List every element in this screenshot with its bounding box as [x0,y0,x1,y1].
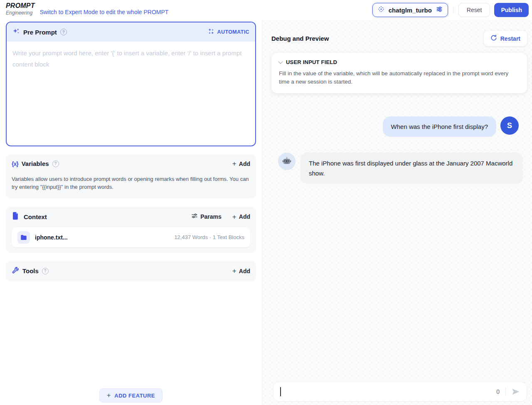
context-params-button[interactable]: Params [191,212,222,221]
automatic-label: AUTOMATIC [217,29,249,35]
assistant-message-bubble: The iPhone was first displayed under gla… [300,153,523,184]
plus-icon: + [232,267,236,274]
top-bar: PROMPT Engineering Switch to Expert Mode… [0,0,532,20]
plus-icon: + [107,392,111,399]
variables-section: {x} Variables ? + Add Variables allow us… [6,155,256,198]
context-title: Context [24,213,47,220]
logo-title: PROMPT [6,2,35,10]
variables-add-button[interactable]: + Add [232,160,250,167]
header-divider [453,6,453,14]
sparkles-icon [12,27,20,37]
model-selector[interactable]: chatglm_turbo [372,3,448,17]
document-icon [12,212,19,222]
pre-prompt-input[interactable] [7,42,255,144]
user-input-field-description: Fill in the value of the variable, which… [279,69,520,86]
top-actions: chatglm_turbo Reset Publish [372,3,529,17]
file-name: iphone.txt... [35,234,68,241]
variables-description: Variables allow users to introduce promp… [12,175,250,193]
composer-divider [505,388,506,396]
pre-prompt-header: Pre Prompt ? AUTOMATIC [7,22,255,42]
pre-prompt-help-icon[interactable]: ? [60,29,67,35]
chat-composer: 0 [273,382,527,402]
tools-add-button[interactable]: + Add [232,267,250,274]
variables-title: Variables [22,160,49,167]
plus-icon: + [232,160,236,167]
send-icon[interactable] [511,387,521,397]
context-add-button[interactable]: + Add [232,213,250,220]
add-feature-button[interactable]: + ADD FEATURE [99,388,163,403]
params-icon [191,212,198,221]
model-logo-icon [377,5,385,15]
pre-prompt-card: Pre Prompt ? AUTOMATIC [6,22,256,146]
prompt-editor-pane: Pre Prompt ? AUTOMATIC [0,20,262,405]
tools-help-icon[interactable]: ? [42,268,49,274]
logo: PROMPT Engineering [6,2,35,16]
user-message-bubble: When was the iPhone first display? [383,116,496,137]
restart-button[interactable]: Restart [484,31,527,46]
context-file-row[interactable]: iphone.txt... 12,437 Words · 1 Text Bloc… [12,227,250,247]
app-root: PROMPT Engineering Switch to Expert Mode… [0,0,532,405]
model-name: chatglm_turbo [389,7,432,14]
reset-button[interactable]: Reset [458,3,490,17]
restart-icon [490,35,497,42]
debug-header: Debug and Preview Restart [271,31,528,46]
model-settings-icon[interactable] [436,5,443,15]
chat-messages: When was the iPhone first display? S [271,116,528,184]
variables-help-icon[interactable]: ? [52,161,59,167]
folder-icon [17,231,30,244]
logo-subtitle: Engineering [6,10,35,16]
tools-section: Tools ? + Add [6,261,256,281]
user-input-field-toggle[interactable]: USER INPUT FIELD [279,59,520,65]
brand: PROMPT Engineering Switch to Expert Mode… [6,2,168,16]
publish-button[interactable]: Publish [494,3,529,17]
user-input-field-title: USER INPUT FIELD [286,59,337,65]
plus-icon: + [232,213,236,220]
chevron-down-icon [278,59,283,64]
automatic-icon [208,28,214,36]
tools-icon [12,267,19,276]
user-message-row: When was the iPhone first display? S [271,116,528,137]
file-meta: 12,437 Words · 1 Text Blocks [174,234,244,240]
pre-prompt-title: Pre Prompt [23,29,57,36]
context-section: Context Params [6,207,256,253]
assistant-robot-avatar [278,153,296,170]
char-count: 0 [496,388,500,395]
user-avatar: S [500,116,519,135]
user-input-field-card: USER INPUT FIELD Fill in the value of th… [271,53,527,93]
pre-prompt-body [7,42,255,146]
variables-icon: {x} [12,161,18,167]
assistant-message-row: The iPhone was first displayed under gla… [271,153,528,184]
tools-title: Tools [22,267,39,274]
chat-input[interactable] [281,388,497,395]
main: Pre Prompt ? AUTOMATIC [0,20,532,405]
debug-preview-pane: Debug and Preview Restart USER INPUT FIE… [262,20,532,405]
automatic-mode-toggle[interactable]: AUTOMATIC [208,28,249,36]
expert-mode-link[interactable]: Switch to Expert Mode to edit the whole … [40,9,169,15]
debug-title: Debug and Preview [271,35,329,42]
